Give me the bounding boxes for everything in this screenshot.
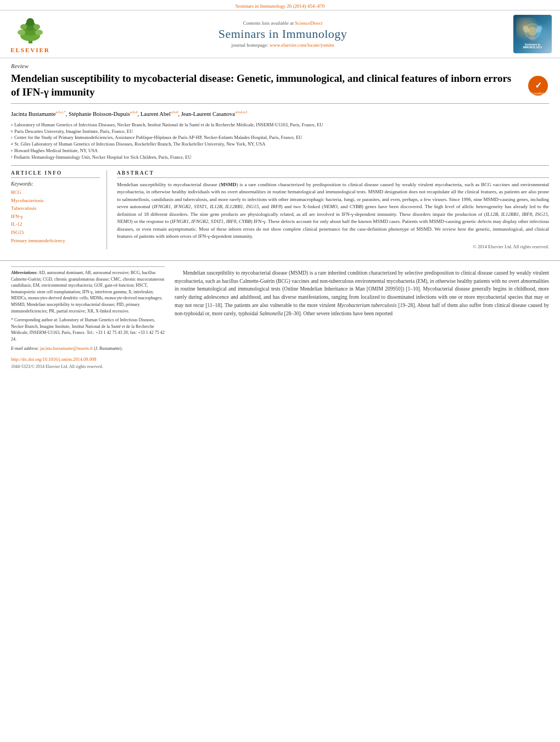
article-body-text: Mendelian susceptibility to mycobacteria…: [175, 266, 549, 370]
sciencedirect-anchor[interactable]: ScienceDirect: [295, 20, 322, 26]
elsevier-tree-icon: [13, 15, 48, 45]
footnotes-col: Abbreviations: AD, autosomal dominant; A…: [11, 266, 165, 370]
page-wrapper: Seminars in Immunology 26 (2014) 454–470…: [0, 0, 560, 742]
svg-point-4: [26, 18, 34, 26]
left-col: ARTICLE INFO Keywords: BCG Mycobacterios…: [11, 170, 107, 249]
journal-title-header: Seminars in Immunology: [219, 27, 348, 41]
svg-point-10: [528, 27, 537, 36]
affiliation-c: cCenter for the Study of Primary Immunod…: [11, 135, 549, 141]
journal-homepage: journal homepage: www.elsevier.com/locat…: [232, 42, 334, 48]
issn-line: 1044-5323/© 2014 Elsevier Ltd. All right…: [11, 364, 165, 370]
article-info-title: ARTICLE INFO: [11, 170, 100, 178]
abstract-title: ABSTRACT: [117, 170, 549, 178]
doi-line[interactable]: http://dx.doi.org/10.1016/j.smim.2014.09…: [11, 356, 165, 362]
email-link[interactable]: jacinta.bustamante@inserm.fr: [40, 346, 93, 351]
affiliation-d: dSt. Giles Laboratory of Human Genetics …: [11, 141, 549, 148]
svg-text:✓: ✓: [535, 81, 542, 90]
svg-point-11: [522, 24, 530, 34]
journal-center: Contents lists available at ScienceDirec…: [60, 15, 505, 53]
keyword-primary-immunodeficiency: Primary immunodeficiency: [11, 237, 100, 244]
journal-right-logo: Seminars in IMMUNOLOGY: [511, 15, 555, 53]
bottom-two-col: Abbreviations: AD, autosomal dominant; A…: [0, 266, 560, 370]
right-col: ABSTRACT Mendelian susceptibility to myc…: [117, 170, 549, 249]
keyword-il12: IL-12: [11, 221, 100, 228]
header-section: ELSEVIER Contents lists available at Sci…: [0, 10, 560, 58]
email-note: E-mail address: jacinta.bustamante@inser…: [11, 345, 165, 352]
keyword-isg15: ISG15: [11, 229, 100, 236]
svg-point-5: [18, 30, 25, 35]
doi-link[interactable]: http://dx.doi.org/10.1016/j.smim.2014.09…: [11, 356, 96, 362]
svg-point-13: [529, 36, 536, 41]
affiliation-f: fPediatric Hematology-Immunology Unit, N…: [11, 154, 549, 161]
elsevier-brand: ELSEVIER: [10, 47, 50, 53]
two-col-layout: ARTICLE INFO Keywords: BCG Mycobacterios…: [11, 170, 549, 249]
authors-line: Jacinta Bustamantea,b,c,*, Stéphanie Boi…: [11, 109, 549, 118]
keyword-mycobacteriosis: Mycobacteriosis: [11, 197, 100, 204]
affiliations: aLaboratory of Human Genetics of Infecti…: [11, 122, 549, 166]
svg-point-9: [525, 24, 540, 39]
svg-point-12: [535, 24, 544, 34]
svg-point-7: [20, 24, 27, 30]
journal-logo-box: Seminars in IMMUNOLOGY: [513, 15, 552, 53]
svg-text:IMMUNOLOGY: IMMUNOLOGY: [523, 46, 543, 49]
copyright-line: © 2014 Elsevier Ltd. All rights reserved…: [117, 244, 549, 249]
keyword-tuberculosis: Tuberculosis: [11, 205, 100, 212]
journal-citation: Seminars in Immunology 26 (2014) 454–470: [236, 3, 325, 9]
article-title-section: Mendelian susceptibility to mycobacteria…: [11, 72, 549, 104]
keyword-bcg: BCG: [11, 189, 100, 196]
svg-point-6: [35, 30, 43, 35]
bottom-divider: [0, 260, 560, 261]
journal-top-bar: Seminars in Immunology 26 (2014) 454–470: [0, 0, 560, 10]
elsevier-logo: ELSEVIER: [5, 15, 55, 53]
keywords-label: Keywords:: [11, 181, 100, 187]
svg-text:CrossMark: CrossMark: [531, 92, 545, 95]
article-title: Mendelian susceptibility to mycobacteria…: [11, 72, 522, 99]
keyword-ifng: IFN-γ: [11, 213, 100, 220]
abstract-text: Mendelian susceptibility to mycobacteria…: [117, 181, 549, 241]
affiliation-a: aLaboratory of Human Genetics of Infecti…: [11, 122, 549, 129]
svg-point-8: [33, 24, 40, 30]
corresponding-note: * Corresponding author at: Laboratory of…: [11, 317, 165, 342]
main-content: Review Mendelian susceptibility to mycob…: [0, 58, 560, 255]
affiliation-b: bParis Descartes University, Imagine Ins…: [11, 129, 549, 135]
sciencedirect-link: Contents lists available at ScienceDirec…: [243, 20, 323, 26]
homepage-url[interactable]: www.elsevier.com/locate/ysmim: [270, 42, 334, 48]
abbreviations-note: Abbreviations: AD, autosomal dominant; A…: [11, 270, 165, 314]
review-label: Review: [11, 63, 549, 69]
crossmark-icon[interactable]: ✓ CrossMark: [527, 75, 549, 97]
affiliation-e: eHoward Hughes Medical Institute, NY, US…: [11, 148, 549, 154]
journal-logo-image: Seminars in IMMUNOLOGY: [516, 19, 549, 49]
